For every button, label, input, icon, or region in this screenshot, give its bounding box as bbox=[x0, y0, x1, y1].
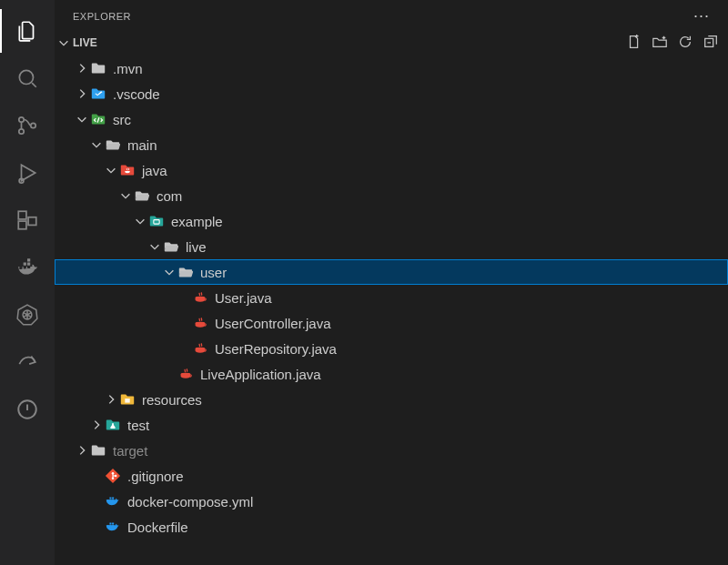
chevron-right-icon[interactable] bbox=[75, 443, 89, 458]
tree-row[interactable]: User.java bbox=[55, 285, 728, 310]
chevron-right-icon[interactable] bbox=[89, 418, 104, 432]
tree-row[interactable]: target bbox=[55, 438, 728, 463]
tree-label: resources bbox=[142, 392, 202, 408]
tree-label: target bbox=[113, 443, 147, 459]
activity-debug-icon[interactable] bbox=[0, 151, 55, 195]
tree-row[interactable]: test bbox=[55, 412, 728, 438]
docker-icon bbox=[104, 518, 122, 536]
activity-k8s-icon[interactable] bbox=[0, 293, 55, 337]
java-icon bbox=[191, 288, 209, 307]
tree-row[interactable]: .vscode bbox=[55, 81, 728, 106]
java-icon bbox=[191, 339, 209, 358]
folder-open-icon bbox=[177, 263, 195, 281]
chevron-down-icon[interactable] bbox=[162, 265, 177, 279]
explorer-title: EXPLORER bbox=[73, 11, 131, 22]
chevron-down-icon[interactable] bbox=[89, 137, 104, 152]
chevron-right-icon[interactable] bbox=[104, 392, 118, 407]
svg-point-1 bbox=[19, 117, 24, 122]
exfolder-icon bbox=[147, 212, 166, 230]
project-name: LIVE bbox=[73, 36, 97, 49]
svg-point-3 bbox=[31, 123, 35, 127]
chevron-down-icon[interactable] bbox=[133, 214, 147, 228]
tree-label: .mvn bbox=[113, 61, 143, 76]
activity-share-icon[interactable] bbox=[0, 340, 55, 384]
vscode-icon bbox=[89, 85, 107, 103]
svg-point-13 bbox=[196, 297, 206, 299]
svg-point-15 bbox=[196, 348, 206, 350]
activity-files-icon[interactable] bbox=[0, 9, 55, 53]
activity-bar bbox=[0, 0, 55, 565]
new-folder-icon[interactable] bbox=[652, 34, 668, 53]
tree-label: User.java bbox=[215, 290, 272, 306]
tree-label: .gitignore bbox=[127, 469, 184, 484]
tree-label: .vscode bbox=[113, 86, 160, 102]
tree-label: test bbox=[127, 418, 149, 433]
svg-rect-29 bbox=[109, 523, 111, 525]
tree-label: com bbox=[157, 188, 182, 204]
tree-row[interactable]: .gitignore bbox=[55, 463, 728, 489]
tree-label: UserRepository.java bbox=[215, 341, 337, 357]
chevron-down-icon[interactable] bbox=[75, 112, 89, 126]
tree-row[interactable]: Dockerfile bbox=[55, 514, 728, 540]
tree-row[interactable]: docker-compose.yml bbox=[55, 489, 728, 514]
folder-open-icon bbox=[133, 187, 151, 205]
tree-label: LiveApplication.java bbox=[200, 367, 321, 382]
chevron-right-icon[interactable] bbox=[75, 61, 89, 76]
activity-docker-icon[interactable] bbox=[0, 246, 55, 289]
refresh-icon[interactable] bbox=[677, 34, 693, 53]
chevron-down-icon[interactable] bbox=[147, 239, 162, 254]
tree-row[interactable]: live bbox=[55, 234, 728, 259]
project-header[interactable]: LIVE bbox=[55, 32, 728, 54]
resfolder-icon bbox=[118, 390, 136, 409]
svg-rect-30 bbox=[112, 523, 114, 525]
tree-label: example bbox=[171, 214, 223, 229]
srcfolder-icon bbox=[89, 110, 107, 128]
chevron-right-icon[interactable] bbox=[75, 86, 89, 101]
chevron-down-icon[interactable] bbox=[104, 163, 118, 177]
tree-row[interactable]: example bbox=[55, 208, 728, 234]
testfolder-icon bbox=[104, 416, 122, 434]
tree-label: UserController.java bbox=[215, 316, 331, 331]
activity-scm-icon[interactable] bbox=[0, 104, 55, 147]
svg-point-16 bbox=[181, 373, 191, 376]
javafolder-icon bbox=[118, 161, 136, 179]
tree-row[interactable]: resources bbox=[55, 387, 728, 412]
explorer-sidebar: EXPLORER ··· LIVE .mvn.vscodesrcmainjava… bbox=[55, 0, 728, 565]
folder-open-icon bbox=[104, 136, 122, 154]
tree-row[interactable]: com bbox=[55, 183, 728, 208]
activity-search-icon[interactable] bbox=[0, 56, 55, 100]
project-actions bbox=[626, 34, 719, 53]
svg-rect-7 bbox=[28, 217, 36, 226]
new-file-icon[interactable] bbox=[626, 34, 642, 53]
explorer-header: EXPLORER ··· bbox=[55, 0, 728, 32]
tree-row[interactable]: LiveApplication.java bbox=[55, 361, 728, 387]
java-icon bbox=[177, 365, 195, 383]
tree-row[interactable]: user bbox=[55, 259, 728, 285]
tree-row[interactable]: UserController.java bbox=[55, 310, 728, 336]
more-actions-icon[interactable]: ··· bbox=[693, 6, 710, 25]
svg-point-0 bbox=[19, 70, 33, 84]
folder-open-icon bbox=[162, 237, 180, 256]
tree-row[interactable]: main bbox=[55, 132, 728, 157]
docker-icon bbox=[104, 492, 122, 510]
tree-label: docker-compose.yml bbox=[127, 494, 253, 510]
tree-label: live bbox=[186, 239, 207, 255]
tree-row[interactable]: src bbox=[55, 106, 728, 132]
collapse-all-icon[interactable] bbox=[703, 34, 719, 53]
svg-rect-5 bbox=[18, 211, 26, 219]
git-icon bbox=[104, 467, 122, 485]
file-tree[interactable]: .mvn.vscodesrcmainjavacomexampleliveuser… bbox=[55, 54, 728, 565]
chevron-down-icon[interactable] bbox=[118, 188, 133, 203]
tree-row[interactable]: .mvn bbox=[55, 55, 728, 81]
svg-rect-17 bbox=[125, 399, 129, 403]
tree-label: Dockerfile bbox=[127, 520, 188, 535]
svg-point-2 bbox=[19, 129, 24, 134]
tree-row[interactable]: UserRepository.java bbox=[55, 336, 728, 361]
activity-extensions-icon[interactable] bbox=[0, 198, 55, 242]
activity-power-icon[interactable] bbox=[0, 388, 55, 431]
tree-label: main bbox=[127, 137, 157, 153]
svg-rect-25 bbox=[112, 498, 114, 499]
tree-row[interactable]: java bbox=[55, 157, 728, 183]
folder-icon bbox=[89, 59, 107, 77]
tree-label: user bbox=[200, 265, 227, 280]
